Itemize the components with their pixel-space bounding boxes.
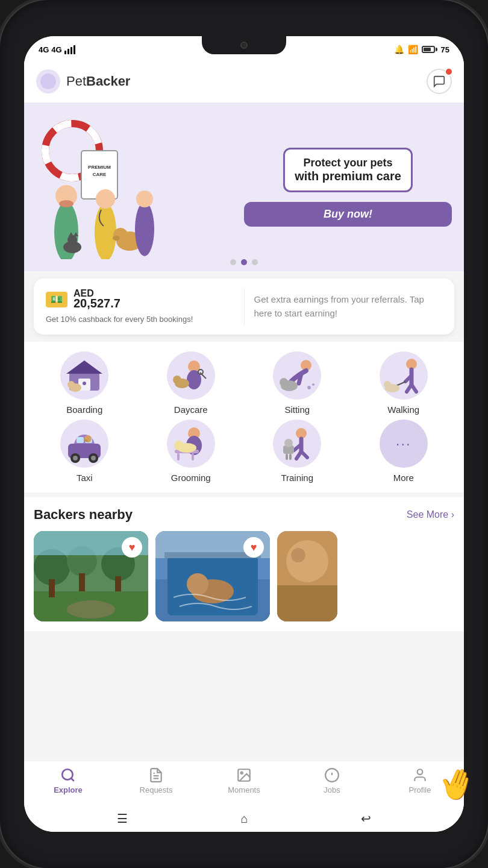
svg-point-62 bbox=[174, 441, 184, 450]
requests-label: Requests bbox=[140, 785, 173, 794]
phone-screen: 4G 4G 16:31 🔔 📶 75 bbox=[24, 36, 464, 832]
walking-circle bbox=[380, 351, 428, 400]
service-item-daycare[interactable]: Daycare bbox=[140, 351, 242, 415]
profile-label: Profile bbox=[409, 785, 431, 794]
backers-title: Backers nearby bbox=[34, 507, 133, 523]
svg-point-15 bbox=[95, 203, 116, 259]
banner-pagination-dots bbox=[230, 259, 258, 265]
backer-card-3[interactable] bbox=[277, 531, 337, 621]
bell-icon: 🔔 bbox=[394, 45, 404, 54]
service-item-taxi[interactable]: Taxi bbox=[34, 420, 136, 483]
grooming-circle bbox=[167, 420, 215, 468]
nav-requests[interactable]: Requests bbox=[138, 767, 174, 794]
signal-bars bbox=[64, 45, 75, 54]
backer-heart-1[interactable]: ♥ bbox=[122, 537, 142, 558]
svg-point-55 bbox=[84, 439, 88, 442]
svg-point-27 bbox=[67, 381, 75, 388]
promo-banner[interactable]: PREMIUM CARE 🐾 bbox=[24, 102, 464, 271]
service-item-boarding[interactable]: Boarding bbox=[34, 351, 136, 415]
svg-point-21 bbox=[136, 190, 153, 207]
svg-rect-60 bbox=[192, 453, 194, 461]
svg-point-16 bbox=[96, 189, 115, 209]
chat-button[interactable] bbox=[427, 69, 452, 94]
chat-notification-badge bbox=[445, 68, 453, 76]
grooming-label: Grooming bbox=[171, 473, 211, 483]
more-circle: ··· bbox=[380, 420, 428, 468]
menu-button[interactable]: ☰ bbox=[117, 811, 128, 826]
banner-cta-button[interactable]: Buy now! bbox=[244, 202, 452, 227]
backers-nearby-section: Backers nearby See More › bbox=[24, 497, 464, 631]
dot-3[interactable] bbox=[252, 259, 258, 265]
moments-label: Moments bbox=[228, 785, 260, 794]
dot-2[interactable] bbox=[241, 259, 247, 265]
service-item-more[interactable]: ··· More bbox=[353, 420, 455, 483]
banner-line1: Protect your pets bbox=[295, 157, 401, 169]
app-content: 🐾 PetBacker bbox=[24, 60, 464, 761]
explore-icon bbox=[60, 767, 76, 783]
earnings-number: 20,527.7 bbox=[74, 297, 120, 310]
svg-text:PREMIUM: PREMIUM bbox=[88, 165, 111, 170]
svg-line-44 bbox=[411, 385, 416, 392]
svg-point-89 bbox=[62, 769, 72, 779]
phone-device: 4G 4G 16:31 🔔 📶 75 bbox=[0, 0, 488, 868]
svg-point-98 bbox=[418, 769, 423, 775]
svg-rect-73 bbox=[79, 573, 85, 591]
svg-point-87 bbox=[286, 540, 328, 582]
svg-point-51 bbox=[73, 456, 78, 461]
earnings-left: 💵 AED 20,527.7 Get 10% cashback for ever… bbox=[46, 288, 234, 325]
svg-point-10 bbox=[59, 200, 74, 207]
banner-line2: with premium care bbox=[295, 169, 401, 183]
svg-point-12 bbox=[67, 235, 77, 245]
network-indicator-2: 4G bbox=[51, 45, 61, 54]
home-button[interactable]: ⌂ bbox=[240, 812, 248, 826]
boarding-label: Boarding bbox=[66, 404, 102, 415]
backer-heart-2[interactable]: ♥ bbox=[243, 537, 264, 558]
status-right: 🔔 📶 75 bbox=[394, 45, 449, 54]
services-grid: Boarding bbox=[34, 351, 454, 483]
svg-point-38 bbox=[307, 386, 311, 389]
svg-rect-71 bbox=[49, 579, 55, 597]
backer-card-2[interactable]: ♥ bbox=[155, 531, 270, 621]
svg-rect-48 bbox=[77, 437, 84, 443]
svg-line-35 bbox=[299, 374, 301, 383]
svg-rect-75 bbox=[115, 576, 121, 591]
back-button[interactable]: ↩ bbox=[361, 811, 371, 826]
service-item-grooming[interactable]: Grooming bbox=[140, 420, 242, 483]
svg-point-88 bbox=[291, 548, 305, 562]
svg-marker-23 bbox=[66, 360, 102, 374]
more-label: More bbox=[393, 473, 414, 483]
nav-explore[interactable]: Explore bbox=[50, 767, 86, 794]
taxi-circle bbox=[60, 420, 108, 468]
profile-icon bbox=[412, 767, 428, 783]
dot-1[interactable] bbox=[230, 259, 236, 265]
logo-area: 🐾 PetBacker bbox=[36, 69, 130, 93]
daycare-label: Daycare bbox=[174, 404, 208, 415]
nav-jobs[interactable]: Jobs bbox=[314, 767, 350, 794]
status-left: 4G 4G bbox=[39, 45, 75, 54]
svg-rect-86 bbox=[277, 585, 337, 621]
jobs-label: Jobs bbox=[324, 785, 340, 794]
svg-rect-67 bbox=[289, 454, 292, 460]
service-item-walking[interactable]: Walking bbox=[353, 351, 455, 415]
requests-icon bbox=[148, 767, 164, 783]
backers-scroll-container: ♥ bbox=[34, 531, 454, 621]
svg-point-31 bbox=[173, 376, 181, 384]
wifi-icon: 📶 bbox=[408, 45, 418, 54]
battery-icon bbox=[422, 46, 437, 53]
service-item-sitting[interactable]: Sitting bbox=[246, 351, 348, 415]
walking-icon bbox=[383, 354, 425, 397]
earnings-card[interactable]: 💵 AED 20,527.7 Get 10% cashback for ever… bbox=[34, 278, 454, 335]
nav-moments[interactable]: Moments bbox=[226, 767, 262, 794]
grooming-icon bbox=[170, 423, 212, 465]
svg-rect-66 bbox=[286, 454, 288, 460]
sitting-label: Sitting bbox=[284, 404, 310, 415]
service-item-training[interactable]: Training bbox=[246, 420, 348, 483]
nav-profile[interactable]: Profile bbox=[402, 767, 438, 794]
earnings-divider bbox=[244, 288, 245, 325]
backers-header: Backers nearby See More › bbox=[34, 507, 454, 523]
backer-card-1[interactable]: ♥ bbox=[34, 531, 148, 621]
taxi-label: Taxi bbox=[77, 473, 93, 483]
taxi-icon bbox=[63, 423, 105, 465]
explore-label: Explore bbox=[54, 785, 83, 794]
see-more-button[interactable]: See More › bbox=[407, 509, 454, 520]
